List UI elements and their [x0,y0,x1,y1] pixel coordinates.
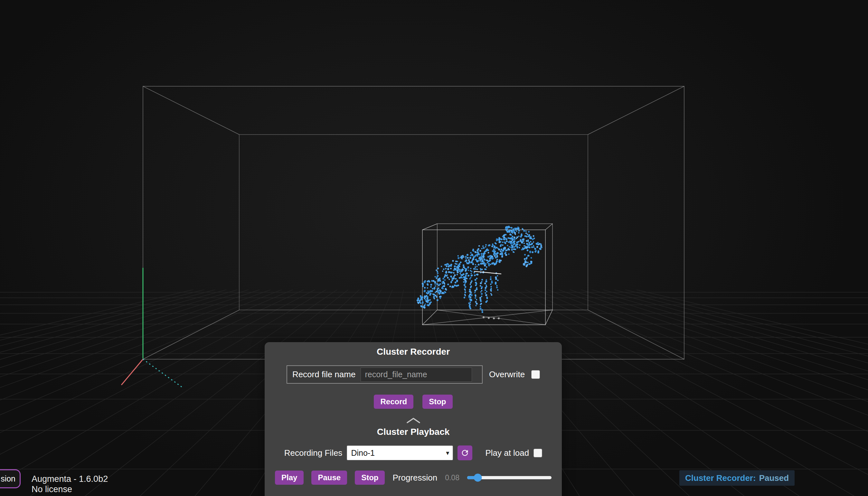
corner-button-label: sion [1,474,15,483]
playback-title: Cluster Playback [377,427,450,437]
play-at-load-label: Play at load [485,448,529,458]
record-file-label: Record file name [292,370,356,379]
app-version-block: Augmenta - 1.6.0b2 No license [32,474,108,494]
record-button[interactable]: Record [374,394,414,409]
overwrite-checkbox[interactable] [531,370,540,379]
app-version-text: Augmenta - 1.6.0b2 [32,474,108,484]
cluster-orientation-line [474,272,501,274]
recording-files-select[interactable]: Dino-1 [347,446,453,460]
record-buttons-row: Record Stop [374,394,452,409]
progression-slider[interactable] [467,476,552,479]
record-stop-button[interactable]: Stop [422,394,452,409]
recorder-status-badge: Cluster Recorder: Paused [679,470,795,486]
record-file-box: Record file name [286,365,483,384]
chevron-up-icon [406,417,420,423]
recorder-title: Cluster Recorder [377,347,450,357]
recording-files-row: Recording Files Dino-1 ▾ Play at load [284,446,542,460]
refresh-files-button[interactable] [458,446,472,460]
progression-value: 0.08 [445,474,460,482]
play-at-load-checkbox[interactable] [533,449,542,458]
refresh-icon [460,448,469,458]
playback-transport-row: Play Pause Stop Progression 0.08 [275,470,552,485]
recording-files-select-wrap: Dino-1 ▾ [347,446,453,460]
point-cloud [417,226,542,313]
progression-label: Progression [392,473,437,483]
app-license-text: No license [32,484,108,494]
play-button[interactable]: Play [275,470,304,485]
axis-z-cyan [143,359,183,388]
cluster-recorder-panel: Cluster Recorder Record file name Overwr… [265,342,562,496]
pause-button[interactable]: Pause [311,470,347,485]
recorder-status-value: Paused [759,473,789,483]
overwrite-label: Overwrite [489,370,525,379]
progression-thumb[interactable] [474,474,482,482]
origin-axes [121,268,183,388]
record-file-input[interactable] [361,368,472,382]
record-file-row: Record file name Overwrite [286,365,540,384]
playback-stop-button[interactable]: Stop [355,470,385,485]
recorder-status-label: Cluster Recorder: [685,473,756,483]
version-corner-button[interactable]: sion [0,469,20,488]
recording-files-label: Recording Files [284,448,343,458]
collapse-toggle[interactable] [406,417,420,423]
